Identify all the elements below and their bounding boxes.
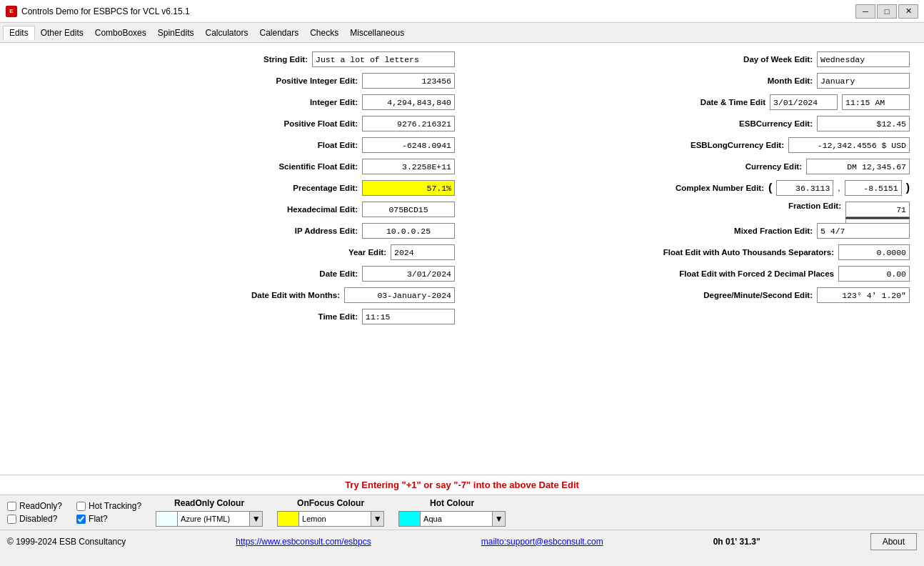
readonly-colour-arrow[interactable]: ▼ xyxy=(249,512,262,526)
hexadecimal-label: Hexadecimal Edit: xyxy=(258,205,358,214)
hot-tracking-checkbox[interactable] xyxy=(76,502,86,511)
app-icon: E xyxy=(6,6,17,17)
readonly-colour-group: ReadOnly Colour Azure (HTML) ▼ xyxy=(156,498,263,527)
string-edit-row: String Edit: xyxy=(14,50,455,69)
float-row: Float Edit: xyxy=(14,136,455,154)
esb-currency-input[interactable] xyxy=(817,116,910,131)
onfocus-colour-label: OnFocus Colour xyxy=(297,498,364,508)
date-time-time-input[interactable] xyxy=(842,94,910,110)
about-button[interactable]: About xyxy=(870,533,917,550)
complex-real-input[interactable] xyxy=(776,180,833,196)
date-months-input[interactable] xyxy=(344,287,455,303)
hexadecimal-row: Hexadecimal Edit: xyxy=(14,200,455,219)
integer-input[interactable] xyxy=(362,94,455,110)
percentage-row: Precentage Edit: xyxy=(14,179,455,197)
disabled-checkbox-row: Disabled? xyxy=(7,514,62,524)
positive-integer-row: Positive Integer Edit: xyxy=(14,71,455,90)
ip-address-input[interactable] xyxy=(362,223,455,239)
esb-long-currency-input[interactable] xyxy=(788,137,910,153)
hot-colour-label: Hot Colour xyxy=(430,498,474,508)
menu-item-calendars[interactable]: Calendars xyxy=(254,26,305,39)
date-months-label: Date Edit with Months: xyxy=(240,291,340,299)
hot-tracking-checkbox-row: Hot Tracking? xyxy=(76,501,141,511)
integer-label: Integer Edit: xyxy=(258,98,358,106)
scientific-float-input[interactable] xyxy=(362,159,455,174)
scientific-float-row: Scientific Float Edit: xyxy=(14,157,455,176)
hot-colour-group: Hot Colour Aqua ▼ xyxy=(398,498,506,527)
day-of-week-input[interactable] xyxy=(817,51,910,67)
date-label: Date Edit: xyxy=(258,269,358,278)
mixed-fraction-input[interactable] xyxy=(817,223,910,239)
scientific-float-label: Scientific Float Edit: xyxy=(258,162,358,171)
close-button[interactable]: ✕ xyxy=(898,4,918,19)
float-decimal-row: Float Edit with Forced 2 Decimal Places xyxy=(469,264,910,283)
menu-item-checks[interactable]: Checks xyxy=(304,26,344,39)
readonly-colour-value: Azure (HTML) xyxy=(178,515,249,523)
menu-item-spinedits[interactable]: SpinEdits xyxy=(152,26,200,39)
window-title: Controls Demo for ESBPCS for VCL v6.15.1 xyxy=(21,6,190,16)
ip-address-row: IP Address Edit: xyxy=(14,222,455,240)
menu-item-calculators[interactable]: Calculators xyxy=(199,26,253,39)
date-time-date-input[interactable] xyxy=(770,94,838,110)
maximize-button[interactable]: □ xyxy=(877,4,897,19)
year-input[interactable] xyxy=(391,244,455,260)
mixed-fraction-row: Mixed Fraction Edit: xyxy=(469,222,910,240)
bottom-controls: ReadOnly? Disabled? Hot Tracking? Flat? … xyxy=(0,495,924,530)
hot-colour-arrow[interactable]: ▼ xyxy=(492,512,505,526)
time-input[interactable] xyxy=(362,309,455,324)
float-thousands-label: Float Edit with Auto Thousands Separator… xyxy=(634,248,834,257)
year-row: Year Edit: xyxy=(14,243,455,262)
time-row: Time Edit: xyxy=(14,307,455,326)
esb-long-currency-label: ESBLongCurrency Edit: xyxy=(684,141,784,149)
degree-label: Degree/Minute/Second Edit: xyxy=(656,291,813,299)
hot-tracking-label: Hot Tracking? xyxy=(89,501,141,511)
menu-item-other-edits[interactable]: Other Edits xyxy=(35,26,89,39)
date-time-label: Date & Time Edit xyxy=(666,98,765,106)
menu-item-miscellaneous[interactable]: Miscellaneous xyxy=(344,26,410,39)
percentage-input[interactable] xyxy=(362,180,455,196)
float-thousands-input[interactable] xyxy=(838,244,910,260)
positive-float-input[interactable] xyxy=(362,116,455,131)
flat-checkbox[interactable] xyxy=(76,515,86,524)
positive-float-label: Positive Float Edit: xyxy=(258,119,358,128)
day-of-week-row: Day of Week Edit: xyxy=(469,50,910,69)
float-decimal-input[interactable] xyxy=(838,266,910,282)
hot-colour-value: Aqua xyxy=(421,515,492,523)
onfocus-colour-select[interactable]: Lemon ▼ xyxy=(277,511,384,527)
currency-label: Currency Edit: xyxy=(702,162,802,171)
float-decimal-label: Float Edit with Forced 2 Decimal Places xyxy=(634,269,834,278)
time-label: Time Edit: xyxy=(258,312,358,321)
minimize-button[interactable]: ─ xyxy=(855,4,875,19)
disabled-checkbox[interactable] xyxy=(7,515,16,524)
ip-address-label: IP Address Edit: xyxy=(258,227,358,235)
fraction-numerator-input[interactable] xyxy=(845,202,910,217)
website-link: https://www.esbconsult.com/esbpcs xyxy=(236,537,371,547)
timer-text: 0h 01' 31.3" xyxy=(713,537,760,547)
onfocus-colour-value: Lemon xyxy=(299,515,371,523)
readonly-checkbox-row: ReadOnly? xyxy=(7,501,62,511)
day-of-week-label: Day of Week Edit: xyxy=(713,55,813,64)
readonly-colour-select[interactable]: Azure (HTML) ▼ xyxy=(156,511,263,527)
hint-text: Try Entering "+1" or say "-7" into the a… xyxy=(0,475,924,495)
disabled-label: Disabled? xyxy=(19,514,57,524)
month-input[interactable] xyxy=(817,73,910,89)
onfocus-colour-arrow[interactable]: ▼ xyxy=(371,512,383,526)
complex-open-paren: ( xyxy=(768,182,772,194)
complex-comma: , xyxy=(838,183,840,193)
hot-colour-select[interactable]: Aqua ▼ xyxy=(398,511,506,527)
onfocus-colour-swatch xyxy=(278,512,299,526)
esb-currency-row: ESBCurrency Edit: xyxy=(469,114,910,133)
menu-item-comboboxes[interactable]: ComboBoxes xyxy=(89,26,152,39)
float-thousands-row: Float Edit with Auto Thousands Separator… xyxy=(469,243,910,262)
menu-item-edits[interactable]: Edits xyxy=(3,26,35,40)
readonly-checkbox[interactable] xyxy=(7,502,16,511)
date-input[interactable] xyxy=(362,266,455,282)
complex-imag-input[interactable] xyxy=(845,180,902,196)
positive-integer-input[interactable] xyxy=(362,73,455,89)
float-input[interactable] xyxy=(362,137,455,153)
currency-input[interactable] xyxy=(806,159,910,174)
string-edit-input[interactable] xyxy=(312,51,455,67)
esb-long-currency-row: ESBLongCurrency Edit: xyxy=(469,136,910,154)
hexadecimal-input[interactable] xyxy=(362,202,455,217)
degree-input[interactable] xyxy=(817,287,910,303)
